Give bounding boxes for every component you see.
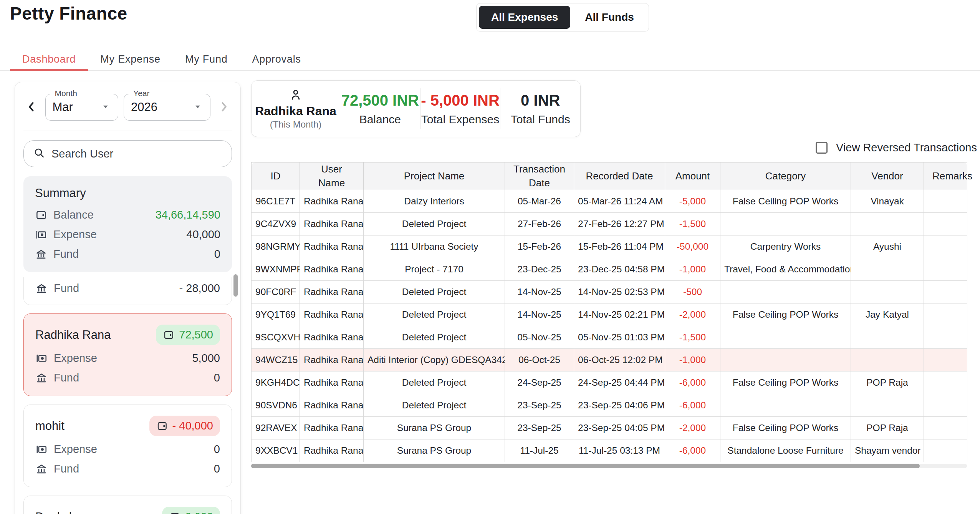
stats-user-period: (This Month) <box>270 119 322 130</box>
sidebar-scrollbar[interactable] <box>233 274 238 297</box>
cell-id: 9XXBCV1 <box>252 439 300 462</box>
table-row[interactable]: 92RAVEXRadhika RanaSurana PS Group23-Sep… <box>252 417 967 439</box>
table-row[interactable]: 90FC0RFRadhika RanaDeleted Project14-Nov… <box>252 281 967 303</box>
metric-label: Expense <box>53 228 97 241</box>
cell-amount: -1,000 <box>665 349 720 371</box>
cell-rec_date: 06-Oct-25 12:02 PM <box>574 349 665 371</box>
cell-vendor: Jay Katyal <box>851 303 924 326</box>
column-header-transaction-date: Transaction Date <box>505 162 574 190</box>
column-header-user-name: User Name <box>300 162 364 190</box>
cell-rec_date: 05-Mar-26 11:24 AM <box>574 190 665 213</box>
tab-approvals[interactable]: Approvals <box>240 48 313 70</box>
cell-vendor <box>851 213 924 235</box>
user-balance-badge: 9,000 <box>162 507 220 514</box>
cell-project: 1111 UIrbana Society <box>364 235 505 258</box>
month-select[interactable]: Month Mar <box>45 94 119 121</box>
sidebar-divider <box>23 131 232 131</box>
table-row[interactable]: 9XXBCV1Radhika RanaSurana PS Group11-Jul… <box>252 439 967 462</box>
cell-project: Aditi Interior (Copy) GDESQA342e <box>364 349 505 371</box>
search-icon <box>33 147 45 161</box>
cell-id: 9KGH4DC <box>252 371 300 394</box>
metric-value: 0 <box>214 443 220 456</box>
table-row[interactable]: 9SCQXVHRadhika RanaDeleted Project05-Nov… <box>252 326 967 349</box>
previous-month-button[interactable] <box>23 99 40 116</box>
table-horizontal-scrollbar[interactable] <box>251 464 967 468</box>
cell-remarks <box>924 258 967 281</box>
user-card-mohit[interactable]: mohit- 40,000Expense0Fund0 <box>23 405 232 487</box>
month-navigator: Month Mar Year 2026 <box>22 94 233 121</box>
metric-value: 5,000 <box>192 352 220 365</box>
chevron-left-icon <box>25 100 38 114</box>
cell-txn_date: 14-Nov-25 <box>505 281 574 303</box>
metric-value: 0 <box>214 248 220 260</box>
table-row[interactable]: 94WCZ15Radhika RanaAditi Interior (Copy)… <box>252 349 967 371</box>
user-card-deeksha[interactable]: Deeksha9,000Expense0Fund0 <box>23 496 232 514</box>
user-card-name: mohit <box>35 419 65 433</box>
metric-value: 40,000 <box>186 228 220 241</box>
summary-title: Summary <box>35 186 220 200</box>
toggle-option-all-funds[interactable]: All Funds <box>573 6 646 29</box>
main-tabs: DashboardMy ExpenseMy FundApprovals <box>0 48 980 71</box>
table-row[interactable]: 9KGH4DCRadhika RanaDeleted Project24-Sep… <box>252 371 967 394</box>
user-card-radhika-rana[interactable]: Radhika Rana72,500Expense5,000Fund0 <box>23 313 232 396</box>
user-balance-badge: - 40,000 <box>149 416 220 436</box>
cell-category: Carpentry Works <box>720 235 851 258</box>
table-row[interactable]: 9C4ZVX9Radhika RanaDeleted Project27-Feb… <box>252 213 967 235</box>
expense-icon <box>35 229 47 241</box>
cell-id: 90FC0RF <box>252 281 300 303</box>
cell-rec_date: 15-Feb-26 11:04 PM <box>574 235 665 258</box>
cell-id: 92RAVEX <box>252 417 300 439</box>
cell-remarks <box>924 213 967 235</box>
user-balance-value: 72,500 <box>179 328 213 341</box>
cell-category <box>720 213 851 235</box>
stat-total-expenses: - 5,000 INRTotal Expenses <box>420 81 500 137</box>
year-select[interactable]: Year 2026 <box>124 94 210 121</box>
table-row[interactable]: 96C1E7TRadhika RanaDaizy Interiors05-Mar… <box>252 190 967 213</box>
tab-dashboard[interactable]: Dashboard <box>10 48 88 70</box>
cell-rec_date: 11-Jul-25 03:13 PM <box>574 439 665 462</box>
cell-remarks <box>924 281 967 303</box>
wallet-icon <box>35 209 47 221</box>
table-scrollbar-thumb[interactable] <box>251 464 920 468</box>
stat-label: Balance <box>359 113 401 126</box>
user-card-partial[interactable]: Fund- 28,000 <box>23 277 232 305</box>
next-month-button[interactable] <box>216 99 232 116</box>
cell-category <box>720 349 851 371</box>
cell-vendor <box>851 349 924 371</box>
table-row[interactable]: 90SVDN6Radhika RanaDeleted Project23-Sep… <box>252 394 967 417</box>
cell-rec_date: 23-Dec-25 04:58 PM <box>574 258 665 281</box>
table-row[interactable]: 9YQ1T69Radhika RanaDeleted Project14-Nov… <box>252 303 967 326</box>
metric-row: Fund- 28,000 <box>35 282 220 295</box>
user-card-name: Radhika Rana <box>35 328 111 342</box>
toggle-option-all-expenses[interactable]: All Expenses <box>479 6 570 29</box>
cell-rec_date: 23-Sep-25 04:05 PM <box>574 417 665 439</box>
fund-icon <box>35 372 48 384</box>
tab-my-fund[interactable]: My Fund <box>173 48 240 70</box>
view-reversed-row[interactable]: View Reversed Transactions <box>816 141 977 154</box>
view-reversed-checkbox[interactable] <box>816 142 828 154</box>
cell-amount: -500 <box>665 281 720 303</box>
expense-icon <box>35 352 48 365</box>
cell-amount: -5,000 <box>665 190 720 213</box>
cell-user: Radhika Rana <box>300 349 364 371</box>
column-header-remarks: Remarks <box>924 162 967 190</box>
table-row[interactable]: 9WXNMPPRadhika RanaProject - 717023-Dec-… <box>252 258 967 281</box>
cell-txn_date: 06-Oct-25 <box>505 349 574 371</box>
cell-rec_date: 23-Sep-25 04:06 PM <box>574 394 665 417</box>
cell-rec_date: 14-Nov-25 02:53 PM <box>574 281 665 303</box>
table-row[interactable]: 98NGRMYRadhika Rana1111 UIrbana Society1… <box>252 235 967 258</box>
search-user-input[interactable] <box>51 148 222 160</box>
cell-vendor <box>851 281 924 303</box>
metric-row: Fund0 <box>35 248 220 260</box>
cell-project: Surana PS Group <box>364 417 505 439</box>
cell-vendor <box>851 394 924 417</box>
column-header-recorded-date: Recorded Date <box>574 162 665 190</box>
cell-amount: -6,000 <box>665 439 720 462</box>
tab-my-expense[interactable]: My Expense <box>88 48 173 70</box>
metric-row: Balance34,66,14,590 <box>35 209 220 221</box>
cell-id: 9WXNMPP <box>252 258 300 281</box>
stats-user-block: Radhika Rana (This Month) <box>252 81 340 137</box>
metric-value: 0 <box>214 371 220 384</box>
stats-user-name: Radhika Rana <box>255 104 336 118</box>
cell-user: Radhika Rana <box>300 417 364 439</box>
